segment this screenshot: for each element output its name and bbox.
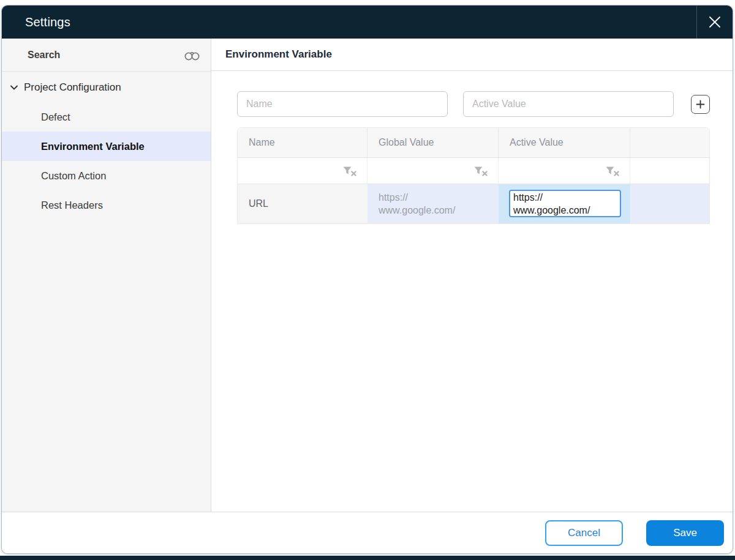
row-active-value-cell[interactable]: https:// www.google.com/ <box>499 184 630 223</box>
filter-cell-actions <box>630 158 709 184</box>
binoculars-search-icon[interactable] <box>183 48 201 62</box>
table-filter-row <box>238 157 709 184</box>
column-header-active-value[interactable]: Active Value <box>499 128 630 157</box>
main-panel-header: Environment Variable <box>211 39 733 71</box>
filter-clear-icon[interactable] <box>605 166 620 176</box>
table-header-row: Name Global Value Active Value <box>238 128 709 157</box>
sidebar-item-label: Custom Action <box>41 170 106 182</box>
row-name-cell[interactable]: URL <box>238 184 368 223</box>
add-variable-button[interactable] <box>691 95 710 114</box>
column-header-global-value[interactable]: Global Value <box>368 128 499 157</box>
settings-dialog: Settings Search <box>1 5 733 554</box>
sidebar-item-label: Defect <box>41 111 70 123</box>
main-panel: Environment Variable <box>211 39 733 512</box>
sidebar-item-rest-headers[interactable]: Rest Headers <box>2 190 211 220</box>
row-actions-cell <box>630 184 709 223</box>
save-button[interactable]: Save <box>646 520 724 546</box>
sidebar-item-custom-action[interactable]: Custom Action <box>2 161 211 190</box>
dialog-body: Search <box>2 39 733 512</box>
tree-parent-label: Project Configuration <box>24 81 121 94</box>
tree-node-project-configuration[interactable]: Project Configuration <box>2 73 211 102</box>
settings-sidebar: Search <box>2 39 211 512</box>
sidebar-item-environment-variable[interactable]: Environment Variable <box>2 132 211 161</box>
column-header-actions <box>630 128 709 157</box>
filter-clear-icon[interactable] <box>473 166 488 176</box>
sidebar-item-label: Environment Variable <box>41 141 145 152</box>
active-value-input[interactable] <box>463 91 674 117</box>
cancel-button[interactable]: Cancel <box>545 520 623 546</box>
filter-cell-active-value <box>499 158 630 184</box>
filter-clear-icon[interactable] <box>342 166 357 176</box>
chevron-down-icon[interactable] <box>9 83 19 92</box>
sidebar-item-label: Rest Headers <box>41 200 103 211</box>
filter-cell-name <box>238 158 368 184</box>
table-row: URL https:// www.google.com/ https:// ww… <box>238 184 709 223</box>
variables-table: Name Global Value Active Value <box>237 127 710 224</box>
name-input[interactable] <box>237 91 448 117</box>
plus-icon <box>696 100 705 109</box>
filter-cell-global-value <box>368 158 499 184</box>
row-global-value-cell[interactable]: https:// www.google.com/ <box>368 184 499 223</box>
page-title: Environment Variable <box>225 48 332 61</box>
search-label: Search <box>28 50 60 61</box>
main-content: Name Global Value Active Value <box>211 71 733 224</box>
close-button[interactable] <box>696 6 733 39</box>
app-canvas: Settings Search <box>0 0 735 560</box>
dialog-footer: Cancel Save <box>2 512 733 553</box>
settings-tree: Project Configuration Defect Environment… <box>2 72 211 220</box>
close-icon <box>708 15 722 29</box>
sidebar-item-defect[interactable]: Defect <box>2 102 211 132</box>
new-variable-row <box>237 91 710 117</box>
sidebar-search-row: Search <box>2 39 211 72</box>
column-header-name[interactable]: Name <box>238 128 368 157</box>
app-background-strip <box>0 556 735 560</box>
global-value-text: https:// www.google.com/ <box>379 191 455 217</box>
active-value-cell-editor[interactable]: https:// www.google.com/ <box>509 190 621 217</box>
dialog-header: Settings <box>2 6 733 39</box>
dialog-title: Settings <box>2 15 70 29</box>
